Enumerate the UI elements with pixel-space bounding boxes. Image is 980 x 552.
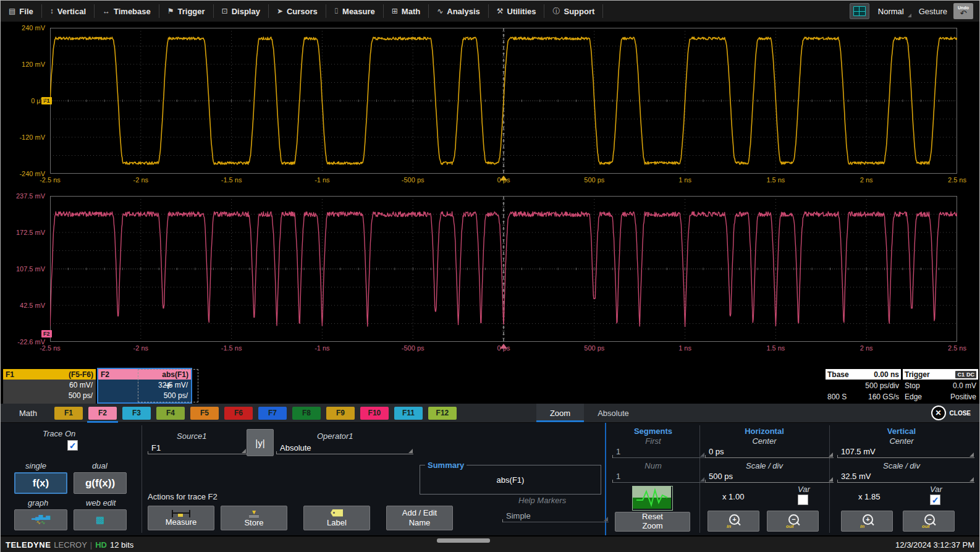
oscilloscope-screen: ▤File↕Vertical↔Timebase⚑Trigger⊡Display➤… xyxy=(0,0,980,552)
descriptor-f1-name: F1 xyxy=(6,370,14,379)
x-axis-label: -500 ps xyxy=(402,176,425,184)
descriptor-f1-hscale: 500 ps/ xyxy=(6,391,93,401)
menu-item-display[interactable]: ⊡Display xyxy=(214,4,269,18)
label-button[interactable]: Label xyxy=(303,506,370,530)
trigger-slope: Positive xyxy=(950,391,976,402)
y-axis-label: -120 mV xyxy=(19,134,45,141)
segments-first-field[interactable]: 1 xyxy=(612,446,705,458)
f-button-f6[interactable]: F6 xyxy=(224,407,253,420)
source1-dropdown[interactable]: F1 xyxy=(148,443,247,454)
reset-zoom-button[interactable]: Reset Zoom xyxy=(615,512,690,532)
f-button-f2[interactable]: F2 xyxy=(88,407,117,420)
y-axis-label: 42.5 mV xyxy=(20,302,45,309)
descriptor-f1[interactable]: F1 (F5-F6) 60 mV/ 500 ps/ xyxy=(3,369,96,402)
f-button-f12[interactable]: F12 xyxy=(428,407,457,420)
vertical-title: Vertical xyxy=(834,427,969,436)
horizontal-scale-value: 500 ps xyxy=(709,472,733,481)
menu-item-vertical[interactable]: ↕Vertical xyxy=(42,4,95,18)
measure-button[interactable]: Measure xyxy=(148,506,214,530)
horizontal-zoom-out-button[interactable]: − out xyxy=(767,511,819,532)
trigger-source-badge: C1DC xyxy=(955,371,976,378)
tab-zoom[interactable]: Zoom xyxy=(536,404,584,422)
undo-icon: ↶ xyxy=(960,9,967,17)
operator1-dropdown[interactable]: Absolute xyxy=(276,443,413,454)
f-button-f5[interactable]: F5 xyxy=(190,407,219,420)
close-icon[interactable]: ✕ xyxy=(931,406,946,420)
scrollbar-thumb[interactable] xyxy=(437,538,490,543)
menu-item-label: Support xyxy=(564,7,594,16)
horizontal-var-checkbox[interactable] xyxy=(798,495,808,505)
graph-icon: ▂▄▆▃▅ ∿∿ xyxy=(32,514,49,525)
f-button-f8[interactable]: F8 xyxy=(292,407,321,420)
menu-item-file[interactable]: ▤File xyxy=(1,4,42,18)
x-axis-label: -1.5 ns xyxy=(221,176,242,184)
y-axis-label: 172.5 mV xyxy=(16,229,45,236)
f-button-f9[interactable]: F9 xyxy=(326,407,355,420)
help-markers-dropdown[interactable]: Simple xyxy=(502,511,609,522)
math-icon: ⊞ xyxy=(392,7,398,15)
trigger-descriptor[interactable]: Trigger C1DC Stop 0.0 mV Edge Positive xyxy=(903,369,978,402)
vertical-center-field[interactable]: 107.5 mV xyxy=(837,446,974,458)
add-trace-button[interactable]: + xyxy=(138,369,198,402)
descriptor-f2-name: F2 xyxy=(101,370,109,379)
trace-on-checkbox[interactable]: ✓ xyxy=(67,440,78,451)
fx-label: f(x) xyxy=(33,477,49,490)
vertical-zoom-in-button[interactable]: + in xyxy=(841,511,893,532)
grid-mode-button[interactable] xyxy=(850,3,869,19)
segment-waveform-button[interactable] xyxy=(632,486,673,511)
menu-item-label: Measure xyxy=(342,7,375,16)
y-axis-label: 107.5 mV xyxy=(16,265,45,273)
zoom-absolute-tabs: ZoomAbsolute xyxy=(536,404,643,422)
timebase-descriptor[interactable]: Tbase 0.00 ns 500 ps/div 800 S 160 GS/s xyxy=(826,369,901,402)
menu-item-math[interactable]: ⊞Math xyxy=(384,4,429,18)
menu-item-utilities[interactable]: ⚒Utilities xyxy=(489,4,545,18)
f-button-f10[interactable]: F10 xyxy=(360,407,389,420)
add-edit-name-button[interactable]: Add / Edit Name xyxy=(386,506,453,530)
segments-num-field[interactable]: 1 xyxy=(612,471,705,483)
f-button-f4[interactable]: F4 xyxy=(156,407,185,420)
display-mode-dropdown[interactable]: Normal xyxy=(876,4,913,19)
vertical-var-checkbox[interactable]: ✓ xyxy=(930,495,940,505)
f-button-f3[interactable]: F3 xyxy=(122,407,151,420)
menu-item-trigger[interactable]: ⚑Trigger xyxy=(159,4,214,18)
vertical-center-value: 107.5 mV xyxy=(841,447,876,456)
datetime-label: 12/3/2024 3:12:37 PM xyxy=(895,540,979,550)
vertical-zoom-out-button[interactable]: − out xyxy=(903,511,955,532)
menu-item-timebase[interactable]: ↔Timebase xyxy=(95,4,159,18)
close-group[interactable]: ✕ CLOSE xyxy=(931,406,979,420)
menu-item-label: Timebase xyxy=(114,7,151,16)
menu-item-support[interactable]: ⓘSupport xyxy=(544,4,603,18)
store-button[interactable]: ▼ Store xyxy=(221,506,287,530)
f-button-f11[interactable]: F11 xyxy=(394,407,423,420)
menu-item-measure[interactable]: ⌷Measure xyxy=(326,4,384,18)
menu-items: ▤File↕Vertical↔Timebase⚑Trigger⊡Display➤… xyxy=(1,4,603,18)
graph-button[interactable]: ▂▄▆▃▅ ∿∿ xyxy=(14,509,67,530)
horizontal-zoom-in-button[interactable]: + in xyxy=(708,511,759,532)
horizontal-var-label: Var xyxy=(798,485,810,494)
operator-icon-box[interactable]: |y| xyxy=(247,429,274,456)
menu-item-cursors[interactable]: ➤Cursors xyxy=(269,4,326,18)
undo-button[interactable]: Undo ↶ xyxy=(953,3,973,19)
web-edit-button[interactable]: ▩ xyxy=(74,509,127,530)
horizontal-scale-field[interactable]: 500 ps xyxy=(705,471,834,483)
horizontal-center-field[interactable]: 0 ps xyxy=(705,446,834,458)
trigger-type: Edge xyxy=(905,391,922,402)
tab-absolute[interactable]: Absolute xyxy=(584,404,643,422)
f-button-f1[interactable]: F1 xyxy=(54,407,83,420)
menu-item-analysis[interactable]: ∿Analysis xyxy=(429,4,489,18)
trigger-icon: ⚑ xyxy=(167,7,174,15)
x-axis-label: 500 ps xyxy=(584,344,604,352)
x-axis-label: -1.5 ns xyxy=(221,344,242,352)
x-axis-label: 2.5 ns xyxy=(948,344,966,352)
tbase-rate: 160 GS/s xyxy=(868,391,899,402)
single-fx-button[interactable]: f(x) xyxy=(14,472,67,494)
vertical-scale-field[interactable]: 32.5 mV xyxy=(837,471,974,483)
f-button-f7[interactable]: F7 xyxy=(258,407,287,420)
graticule-f1[interactable]: F1 xyxy=(50,28,957,174)
graticule-f2[interactable]: F2 xyxy=(50,196,957,342)
trace-level-marker-f2[interactable]: F2 xyxy=(41,330,52,338)
summary-box: Summary abs(F1) xyxy=(420,465,601,495)
dual-gfx-button[interactable]: g(f(x)) xyxy=(74,472,127,494)
vertical-scale-value: 32.5 mV xyxy=(841,472,871,481)
gesture-label: Gesture xyxy=(919,7,947,16)
